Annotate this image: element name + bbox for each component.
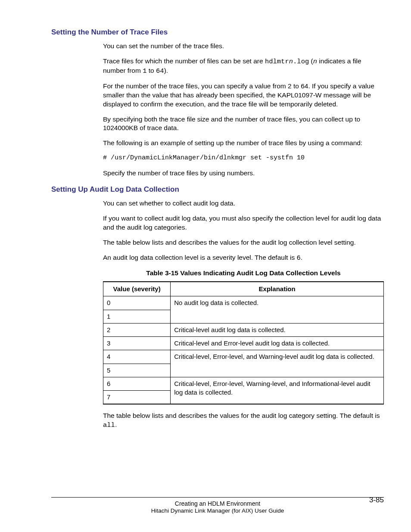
table-cell: 0 (103, 296, 171, 310)
paragraph: Trace files for which the number of file… (103, 57, 384, 76)
code-text: all (103, 421, 115, 429)
text: The table below lists and describes the … (103, 412, 380, 419)
paragraph: You can set whether to collect audit log… (103, 199, 384, 208)
text: An audit log data collection level is a … (103, 254, 296, 261)
table-cell: 2 (103, 323, 171, 336)
table-cell: 1 (103, 310, 171, 323)
text: ( (309, 57, 313, 65)
text: . (301, 254, 302, 261)
text: to (146, 67, 156, 74)
command-example: # /usr/DynamicLinkManager/bin/dlnkmgr se… (103, 154, 384, 162)
table-cell: 7 (103, 391, 171, 404)
footer-line: Creating an HDLM Environment (51, 500, 384, 507)
section-heading-audit-log: Setting Up Audit Log Data Collection (51, 185, 384, 194)
code-text: .log (293, 58, 309, 65)
paragraph: By specifying both the trace file size a… (103, 115, 384, 133)
table-cell: 5 (103, 364, 171, 377)
paragraph: Specify the number of trace files by usi… (103, 169, 384, 178)
paragraph: An audit log data collection level is a … (103, 253, 384, 263)
footer-rule (51, 497, 384, 498)
footer-line: Hitachi Dynamic Link Manager (for AIX) U… (51, 507, 384, 514)
table-cell: Critical-level, Error-level, and Warning… (171, 350, 384, 377)
audit-log-levels-table: Value (severity) Explanation 0 No audit … (103, 281, 384, 404)
table-cell: No audit log data is collected. (171, 296, 384, 324)
paragraph: For the number of the trace files, you c… (103, 82, 384, 109)
code-text: n (313, 58, 317, 65)
code-text: 6 (296, 254, 300, 262)
table-caption: Table 3-15 Values Indicating Audit Log D… (103, 269, 384, 278)
table-cell: Critical-level and Error-level audit log… (171, 337, 384, 350)
page-number: 3-85 (369, 496, 384, 504)
text: . (115, 421, 117, 428)
text: ). (164, 67, 168, 74)
paragraph: The table below lists and describes the … (103, 238, 384, 247)
table-cell: 6 (103, 377, 171, 390)
section-heading-trace-files: Setting the Number of Trace Files (51, 28, 384, 37)
table-header: Value (severity) (103, 282, 171, 296)
code-text: 64 (156, 67, 164, 75)
table-cell: 3 (103, 337, 171, 350)
table-cell: Critical-level audit log data is collect… (171, 323, 384, 336)
table-cell: 4 (103, 350, 171, 364)
table-cell: Critical-level, Error-level, Warning-lev… (171, 377, 384, 404)
paragraph: You can set the number of the trace file… (103, 42, 384, 51)
code-text: hdlmtr (265, 58, 289, 65)
paragraph: If you want to collect audit log data, y… (103, 214, 384, 232)
page-footer: 3-85 Creating an HDLM Environment Hitach… (51, 497, 384, 514)
paragraph: The table below lists and describes the … (103, 411, 384, 430)
table-header: Explanation (171, 282, 384, 296)
paragraph: The following is an example of setting u… (103, 139, 384, 148)
text: Trace files for which the number of file… (103, 57, 265, 65)
code-text: n (289, 58, 293, 65)
